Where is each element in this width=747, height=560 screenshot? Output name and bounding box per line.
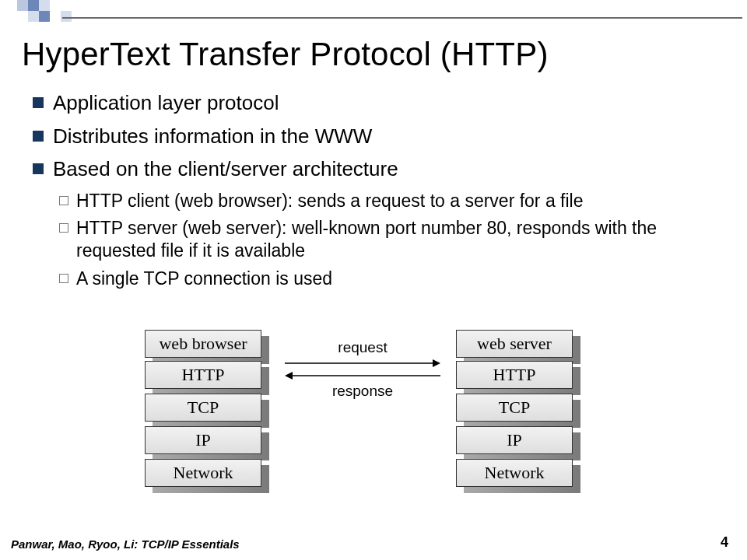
arrow-right-icon	[285, 358, 440, 369]
stack-layer: IP	[456, 426, 573, 454]
arrow-label-response: response	[277, 383, 448, 400]
bullet-item: Distributes information in the WWW	[33, 124, 724, 149]
stack-layer: web server	[456, 330, 573, 358]
sub-bullet-text: HTTP client (web browser): sends a reque…	[76, 190, 584, 212]
sub-bullet-item: HTTP server (web server): well-known por…	[59, 217, 724, 263]
svg-marker-1	[433, 359, 440, 367]
header-decoration-row2	[28, 11, 72, 22]
hollow-square-bullet-icon	[59, 196, 68, 205]
bullet-item: Based on the client/server architecture	[33, 156, 724, 182]
stack-layer: TCP	[145, 394, 261, 422]
request-response-arrows: request response	[277, 339, 448, 409]
slide-footer: Panwar, Mao, Ryoo, Li: TCP/IP Essentials	[11, 537, 240, 551]
bullet-item: Application layer protocol	[33, 90, 724, 116]
stack-layer: Network	[145, 459, 261, 487]
stack-layer: HTTP	[145, 361, 261, 389]
stack-layer: TCP	[456, 394, 573, 422]
slide-title: HyperText Transfer Protocol (HTTP)	[22, 36, 549, 73]
stack-layer: Network	[456, 459, 573, 487]
slide-content: Application layer protocol Distributes i…	[33, 90, 724, 295]
protocol-stack-diagram: web browser HTTP TCP IP Network web serv…	[0, 330, 747, 524]
stack-layer: IP	[145, 426, 261, 454]
stack-layer: web browser	[145, 330, 261, 358]
svg-marker-3	[285, 372, 293, 380]
page-number: 4	[721, 534, 728, 551]
bullet-text: Application layer protocol	[53, 90, 279, 116]
stack-layer: HTTP	[456, 361, 573, 389]
sub-bullet-item: A single TCP connection is used	[59, 268, 724, 290]
sub-bullet-text: A single TCP connection is used	[76, 268, 332, 290]
square-bullet-icon	[33, 131, 44, 142]
square-bullet-icon	[33, 163, 44, 174]
arrow-label-request: request	[277, 339, 448, 356]
sub-bullet-item: HTTP client (web browser): sends a reque…	[59, 190, 724, 212]
hollow-square-bullet-icon	[59, 274, 68, 283]
bullet-text: Distributes information in the WWW	[53, 124, 372, 149]
header-decoration	[17, 0, 50, 11]
sub-bullet-text: HTTP server (web server): well-known por…	[76, 217, 724, 263]
square-bullet-icon	[33, 97, 44, 108]
hollow-square-bullet-icon	[59, 223, 68, 233]
arrow-left-icon	[285, 370, 440, 381]
bullet-text: Based on the client/server architecture	[53, 156, 398, 182]
header-rule	[62, 17, 742, 19]
